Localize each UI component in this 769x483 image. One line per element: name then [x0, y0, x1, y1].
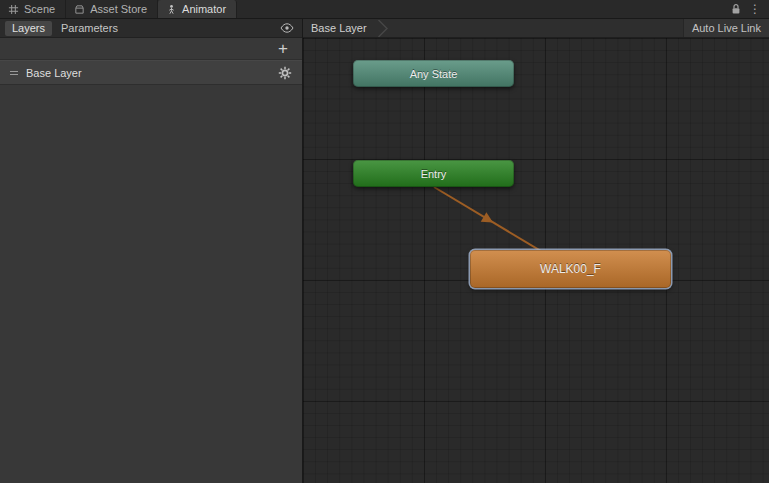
node-any-state-label: Any State [410, 68, 458, 80]
tab-parameters[interactable]: Parameters [54, 21, 125, 36]
breadcrumb-chevron-icon [377, 20, 389, 37]
tabbar-spacer [237, 0, 723, 18]
unity-animator-window: Scene Asset Store Animator ⋮ [0, 0, 769, 483]
layer-row-base-layer[interactable]: Base Layer [0, 60, 302, 85]
layer-name: Base Layer [26, 67, 82, 79]
node-walk00-f[interactable]: WALK00_F [470, 250, 671, 288]
node-walk00-f-label: WALK00_F [540, 262, 601, 276]
tab-animator-label: Animator [182, 3, 226, 15]
layer-add-row: + [0, 38, 302, 60]
window-tab-bar: Scene Asset Store Animator ⋮ [0, 0, 769, 19]
kebab-menu-icon[interactable]: ⋮ [749, 3, 761, 15]
drag-handle-icon[interactable] [9, 69, 19, 77]
eye-toggle[interactable] [277, 23, 297, 33]
animator-icon [166, 4, 177, 15]
node-entry[interactable]: Entry [353, 160, 514, 187]
node-any-state[interactable]: Any State [353, 60, 514, 87]
animator-content: Layers Parameters + Base Layer [0, 19, 769, 483]
tab-animator[interactable]: Animator [158, 0, 237, 18]
node-entry-label: Entry [421, 168, 447, 180]
state-machine-panel: Base Layer Auto Live Link Any State [303, 19, 769, 483]
gear-icon [278, 66, 292, 80]
tab-scene[interactable]: Scene [0, 0, 66, 18]
lock-icon[interactable] [731, 3, 741, 15]
scene-grid-icon [8, 4, 19, 15]
tab-asset-store[interactable]: Asset Store [66, 0, 158, 18]
layer-settings-button[interactable] [277, 66, 293, 80]
eye-icon [280, 23, 294, 33]
tab-asset-store-label: Asset Store [90, 3, 147, 15]
window-controls: ⋮ [723, 0, 769, 18]
sidebar-header: Layers Parameters [0, 19, 302, 38]
asset-store-icon [74, 4, 85, 15]
graph-breadcrumb-bar: Base Layer Auto Live Link [303, 19, 769, 38]
auto-live-link-button[interactable]: Auto Live Link [683, 19, 769, 37]
breadcrumb-base-layer[interactable]: Base Layer [311, 22, 367, 34]
add-layer-button[interactable]: + [275, 41, 291, 56]
layer-list-empty-area[interactable] [0, 85, 302, 483]
state-machine-canvas[interactable]: Any State Entry WALK00_F [303, 38, 769, 483]
tab-layers[interactable]: Layers [5, 21, 52, 36]
animator-sidebar: Layers Parameters + Base Layer [0, 19, 303, 483]
tab-scene-label: Scene [24, 3, 55, 15]
